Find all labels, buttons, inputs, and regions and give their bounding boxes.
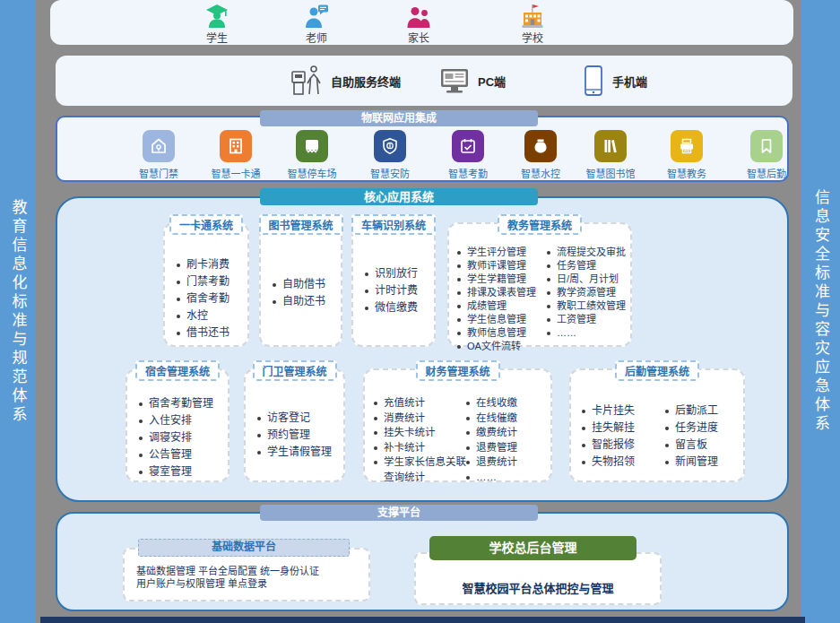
iot-item-security: 智慧安防 [351,130,429,180]
student-icon [204,4,230,29]
feature-item: 学生家长信息关联查询统计 [374,454,466,484]
feature-item: 挂失卡统计 [374,425,466,440]
feature-item: 识别放行 [365,265,432,282]
feature-item: OA文件流转 [457,340,547,353]
iot-label: 智慧后勤 [727,166,806,180]
base-data-platform-title: 基础数据平台 [138,539,350,557]
feature-item: 水控 [177,307,246,324]
user-roles-panel: 学生 老师 家长 [50,0,793,45]
feature-item: 寝室管理 [139,463,226,480]
door-access-icon [143,130,175,162]
feature-item: 学生评分管理 [457,246,547,259]
feature-item: 流程提交及审批 [547,246,630,259]
pc-icon [439,66,470,95]
left-standards-label: 教育信息化标准与规范体系 [7,199,30,425]
feature-item: 成绩管理 [457,299,547,313]
iot-item-water: 智慧水控 [501,130,580,180]
feature-item: 排课及课表管理 [457,286,547,299]
feature-item: 智能报修 [582,437,665,454]
iot-item-logistics: 智慧后勤 [727,130,806,180]
feature-item: 调寝安排 [139,429,226,446]
feature-item: 计时计费 [365,282,432,299]
support-panel: 基础数据平台 基础数据管理 平台全局配置 统一身份认证 用户账户与权限管理 单点… [56,512,789,611]
feature-item: 任务管理 [547,259,630,273]
feature-list: 宿舍考勤管理 入住安排 调寝安排 公告管理 寝室管理 [127,370,228,480]
feature-item: 学生学籍管理 [457,273,547,286]
feature-item: 任务进度 [665,420,741,437]
feature-item: 自助还书 [273,293,339,310]
iot-item-onecard: 智慧一卡通 [196,130,275,180]
feature-item: 刷卡消费 [177,256,246,273]
core-systems-panel: 一卡通系统 刷卡消费 门禁考勤 宿舍考勤 水控 借书还书 图书管理系统 自助借书… [56,196,789,502]
iot-label: 智慧门禁 [119,166,198,180]
water-icon [524,130,557,162]
feature-list: 流程提交及审批 任务管理 日/周、月计划 教学资源管理 教职工绩效管理 工资管理… [547,246,630,353]
user-label: 家长 [383,30,455,45]
feature-item: 借书还书 [177,324,246,342]
logistics-icon [750,130,783,162]
feature-item: 教职工绩效管理 [547,299,630,313]
system-title: 一卡通系统 [169,214,243,235]
iot-label: 智慧安防 [351,166,429,180]
feature-list: 刷卡消费 门禁考勤 宿舍考勤 水控 借书还书 [165,224,247,342]
onecard-icon [220,130,252,162]
feature-item: 消费统计 [374,411,466,426]
iot-item-attendance: 智慧考勤 [429,130,507,180]
feature-list: 识别放行 计时计费 微信缴费 [353,224,434,316]
terminal-item-kiosk: 自助服务终端 [290,56,401,106]
base-platform-line: 基础数据管理 平台全局配置 统一身份认证 [136,565,368,577]
feature-item: 公告管理 [139,446,226,463]
school-admin-desc: 智慧校园平台总体把控与管理 [416,554,660,596]
system-box-dormitory: 宿舍管理系统 宿舍考勤管理 入住安排 调寝安排 公告管理 寝室管理 [126,368,229,482]
user-item-parent: 家长 [383,4,455,45]
feature-list: 学生评分管理 教师评课管理 学生学籍管理 排课及课表管理 成绩管理 学生信息管理… [457,246,547,353]
feature-list: 后勤派工 任务进度 留言板 新闻管理 [665,402,741,471]
feature-item: 新闻管理 [665,454,741,471]
feature-item: …… [547,326,630,340]
user-item-student: 学生 [181,4,253,45]
feature-item: 失物招领 [582,454,665,471]
user-label: 学校 [497,30,568,45]
feature-item: 在线催缴 [466,411,549,426]
terminal-label: 手机端 [612,73,647,90]
teacher-icon [303,4,330,29]
feature-item: 学生请假管理 [257,444,342,461]
feature-item: 访客登记 [257,410,342,427]
feature-list: 自助借书 自助还书 [261,224,341,310]
iot-label: 智慧图书馆 [571,166,650,180]
library-icon [594,130,627,162]
feature-item: 宿舍考勤 [177,290,246,307]
feature-item: 留言板 [665,437,741,454]
feature-item: 入住安排 [139,412,226,429]
feature-item: 教师信息管理 [457,326,547,340]
iot-label: 智慧水控 [501,166,580,180]
iot-item-library: 智慧图书馆 [571,130,650,180]
feature-list: 在线收缴 在线催缴 缴费统计 退费管理 退费统计 …… [466,395,549,484]
feature-item: 学生信息管理 [457,313,547,326]
smart-campus-architecture-diagram: 教育信息化标准与规范体系 信息安全标准与容灾应急体系 学生 老师 [0,0,840,623]
user-label: 老师 [281,30,352,45]
feature-item: 教学资源管理 [547,286,630,299]
system-box-gatekeeper: 门卫管理系统 访客登记 预约管理 学生请假管理 [244,368,345,482]
core-section-header: 核心应用系统 [260,188,538,205]
parking-icon [296,130,328,162]
user-item-school: 学校 [497,4,568,45]
system-title: 财务管理系统 [415,360,499,381]
feature-item: 退费统计 [466,454,549,470]
feature-list: 访客登记 预约管理 学生请假管理 [246,370,343,461]
school-icon [519,4,546,29]
feature-list: 充值统计 消费统计 挂失卡统计 补卡统计 学生家长信息关联查询统计 [374,395,466,484]
base-platform-line: 用户账户与权限管理 单点登录 [136,577,368,590]
terminal-item-pc: PC端 [439,56,506,106]
system-title: 后勤管理系统 [615,360,699,381]
academic-icon [671,130,703,162]
feature-item: 在线收缴 [466,395,549,411]
feature-item: 预约管理 [257,427,342,444]
system-title: 教务管理系统 [498,214,582,235]
feature-item: 补卡统计 [374,440,466,455]
attendance-icon [452,130,484,162]
system-box-vehicle: 车辆识别系统 识别放行 计时计费 微信缴费 [351,222,436,347]
iot-item-parking: 智慧停车场 [273,130,351,180]
bottom-divider [40,617,805,623]
terminal-label: PC端 [478,73,506,90]
